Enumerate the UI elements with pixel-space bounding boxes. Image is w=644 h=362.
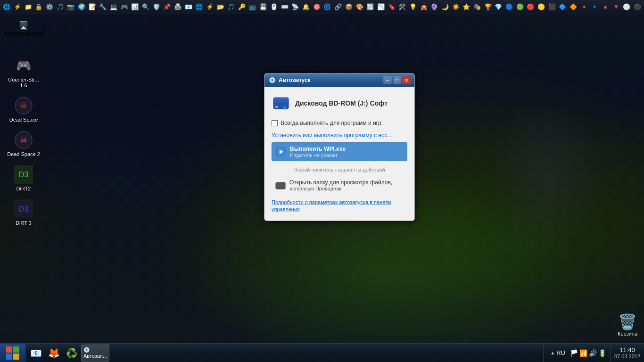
- top-icon-14[interactable]: 🔍: [141, 2, 151, 12]
- clock-date: 07.03.2012: [614, 354, 640, 359]
- top-icon-41[interactable]: 🔮: [429, 2, 439, 12]
- top-icon-47[interactable]: 💎: [494, 2, 504, 12]
- tray-volume-icon[interactable]: 🔊: [589, 349, 597, 357]
- top-icon-26[interactable]: 🖱️: [269, 2, 279, 12]
- top-icon-9[interactable]: 📝: [87, 2, 97, 12]
- top-icon-24[interactable]: 📺: [248, 2, 257, 12]
- top-icon-60[interactable]: ⚫: [633, 2, 643, 12]
- top-icon-31[interactable]: 🌀: [322, 2, 332, 12]
- clock-area[interactable]: 11:40 07.03.2012: [610, 344, 644, 362]
- taskbar-recycle-icon[interactable]: ♻️: [63, 345, 80, 362]
- win-logo-green: [13, 346, 19, 353]
- always-checkbox[interactable]: [272, 120, 278, 126]
- top-icon-46[interactable]: 🏆: [483, 2, 493, 12]
- top-icon-53[interactable]: 🔷: [558, 2, 568, 12]
- top-icon-52[interactable]: ⬛: [547, 2, 557, 12]
- top-icon-43[interactable]: ☀️: [451, 2, 461, 12]
- dialog-drive-title: Дисковод BD-ROM (J:) Софт: [295, 99, 388, 107]
- top-icon-7[interactable]: 📷: [66, 2, 76, 12]
- svg-rect-15: [276, 182, 285, 189]
- top-icon-13[interactable]: 📊: [130, 2, 140, 12]
- top-icon-18[interactable]: 📧: [183, 2, 193, 12]
- language-indicator[interactable]: ▲ RU: [547, 349, 568, 356]
- tray-flag-icon[interactable]: 🏳️: [570, 349, 578, 357]
- top-icon-54[interactable]: 🔶: [569, 2, 578, 12]
- install-section-label[interactable]: Установить или выполнить программу с нос…: [272, 132, 407, 139]
- top-icon-58[interactable]: 🔻: [611, 2, 621, 12]
- dialog-body: Дисковод BD-ROM (J:) Софт Всегда выполня…: [264, 87, 414, 221]
- top-icon-15[interactable]: 🛡️: [151, 2, 161, 12]
- top-icon-56[interactable]: 🔹: [590, 2, 600, 12]
- counter-strike-icon-label: Counter-Str...1.6: [8, 77, 39, 88]
- top-icon-21[interactable]: 📂: [215, 2, 225, 12]
- taskbar-quick-launch: 📧 🦊 ♻️ 💿 Автозап...: [25, 344, 543, 362]
- taskbar-email-icon[interactable]: 📧: [27, 345, 44, 362]
- top-icon-10[interactable]: 🔧: [98, 2, 108, 12]
- top-icon-49[interactable]: 🟢: [515, 2, 525, 12]
- top-icon-23[interactable]: 🔑: [237, 2, 247, 12]
- top-icon-1[interactable]: 🌐: [2, 2, 12, 12]
- wpi-execute-option[interactable]: Выполнить WPI.exe Издатель не указан: [272, 142, 407, 161]
- top-icon-8[interactable]: 🌍: [77, 2, 87, 12]
- top-icon-20[interactable]: ⚡: [205, 2, 215, 12]
- top-icon-30[interactable]: 🎯: [312, 2, 322, 12]
- top-icon-44[interactable]: ⭐: [462, 2, 471, 12]
- taskbar-autorun-window[interactable]: 💿 Автозап...: [81, 345, 109, 362]
- dialog-minimize-button[interactable]: ─: [383, 76, 392, 84]
- drive-icon: [272, 94, 290, 113]
- tray-power-icon[interactable]: 🔋: [598, 349, 606, 357]
- top-icon-28[interactable]: 📡: [290, 2, 300, 12]
- top-icon-33[interactable]: 📦: [344, 2, 354, 12]
- top-icon-2[interactable]: ⚡: [13, 2, 23, 12]
- top-icon-35[interactable]: 🔃: [365, 2, 375, 12]
- top-icon-17[interactable]: 🖨️: [173, 2, 183, 12]
- top-icon-12[interactable]: 🎮: [119, 2, 129, 12]
- top-icon-48[interactable]: 🔵: [504, 2, 514, 12]
- settings-link[interactable]: Подробности о параметрах автозапуска в п…: [272, 199, 407, 214]
- dirt3-icon-label: DiRT 3: [16, 220, 32, 226]
- top-icon-6[interactable]: 🎵: [55, 2, 65, 12]
- top-icon-11[interactable]: 💻: [109, 2, 119, 12]
- desktop-icon-counter-strike[interactable]: 🎮 Counter-Str...1.6: [4, 54, 43, 90]
- taskbar-browser-icon[interactable]: 🦊: [45, 345, 62, 362]
- top-icon-59[interactable]: ⚪: [622, 2, 632, 12]
- top-icon-37[interactable]: 🔖: [387, 2, 396, 12]
- top-icon-57[interactable]: 🔺: [601, 2, 611, 12]
- top-icon-29[interactable]: 🔔: [301, 2, 311, 12]
- windows-logo: [6, 346, 19, 360]
- top-icon-42[interactable]: 🌙: [440, 2, 450, 12]
- win-logo-red: [6, 346, 12, 353]
- top-icon-32[interactable]: 🔗: [333, 2, 343, 12]
- dead-space-2-icon-label: Dead Space 2: [7, 151, 40, 157]
- dialog-close-button[interactable]: ✕: [402, 76, 411, 84]
- dialog-titlebar: 💿 Автозапуск ─ □ ✕: [264, 74, 414, 87]
- tray-network-icon[interactable]: 📶: [579, 349, 587, 357]
- start-button[interactable]: [0, 344, 25, 362]
- top-icon-25[interactable]: 💾: [258, 2, 268, 12]
- desktop-icon-dirt3[interactable]: D3 DiRT 3: [4, 197, 43, 228]
- top-icon-51[interactable]: 🟡: [537, 2, 546, 12]
- language-text: RU: [556, 349, 565, 356]
- top-icon-50[interactable]: 🔴: [526, 2, 536, 12]
- top-icon-27[interactable]: ⌨️: [280, 2, 289, 12]
- recycle-bin-label: Корзина: [618, 331, 637, 337]
- top-icon-4[interactable]: 🔒: [34, 2, 44, 12]
- desktop-icon-dead-space[interactable]: ☠ Dead Space: [4, 94, 43, 124]
- top-icon-19[interactable]: 🌐: [194, 2, 204, 12]
- top-icon-40[interactable]: 🎪: [419, 2, 429, 12]
- recycle-bin-icon[interactable]: 🗑️ Корзина: [616, 311, 639, 338]
- top-icon-55[interactable]: 🔸: [579, 2, 589, 12]
- top-icon-5[interactable]: ⚙️: [45, 2, 55, 12]
- top-icon-38[interactable]: 🛠️: [397, 2, 407, 12]
- top-icon-16[interactable]: 📌: [162, 2, 172, 12]
- desktop-icon-dirt2[interactable]: D3 DiRT2: [4, 163, 43, 193]
- top-icon-3[interactable]: 📁: [23, 2, 33, 12]
- open-folder-option[interactable]: Открыть папку для просмотра файлов, испо…: [272, 177, 407, 193]
- dialog-maximize-button[interactable]: □: [393, 76, 401, 84]
- top-icon-39[interactable]: 💡: [408, 2, 418, 12]
- top-icon-45[interactable]: 🎭: [472, 2, 482, 12]
- top-icon-36[interactable]: 📉: [376, 2, 386, 12]
- top-icon-22[interactable]: 🎵: [226, 2, 236, 12]
- desktop-icon-dead-space-2[interactable]: ☠ Dead Space 2: [4, 128, 43, 159]
- top-icon-34[interactable]: 🎨: [355, 2, 364, 12]
